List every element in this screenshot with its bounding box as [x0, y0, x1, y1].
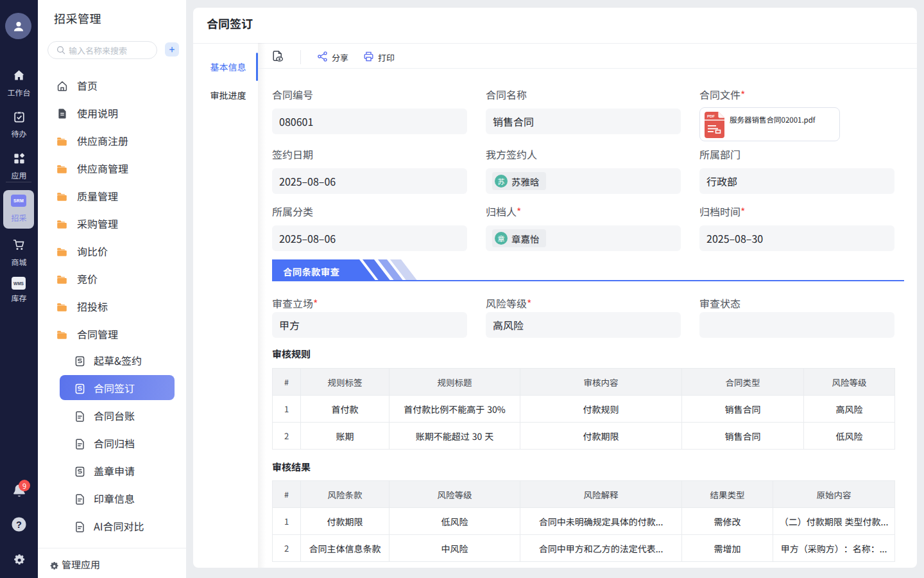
svg-text:PDF: PDF [707, 114, 715, 118]
svg-text:?: ? [16, 520, 22, 530]
